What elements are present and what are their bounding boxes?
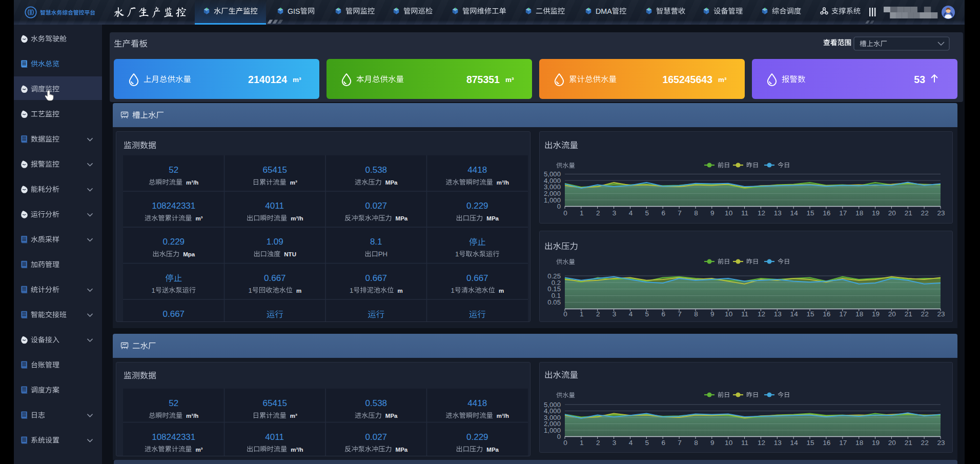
svg-text:0: 0 xyxy=(563,310,567,318)
svg-text:0.027: 0.027 xyxy=(365,201,387,211)
svg-text:5,000: 5,000 xyxy=(544,401,561,409)
svg-text:19: 19 xyxy=(872,209,880,217)
svg-text:Mpa: Mpa xyxy=(183,251,195,257)
svg-text:52: 52 xyxy=(169,398,178,408)
svg-text:4: 4 xyxy=(629,439,633,447)
svg-text:DMA: DMA xyxy=(596,7,612,15)
svg-text:23: 23 xyxy=(937,209,945,217)
svg-text:5: 5 xyxy=(645,439,649,447)
svg-text:NTU: NTU xyxy=(284,251,296,257)
svg-text:0.15: 0.15 xyxy=(547,285,561,293)
svg-text:3: 3 xyxy=(612,310,617,318)
svg-text:m³: m³ xyxy=(290,413,297,419)
svg-text:m: m xyxy=(296,288,301,294)
svg-text:7: 7 xyxy=(678,439,682,447)
svg-text:PH: PH xyxy=(378,250,387,258)
svg-text:23: 23 xyxy=(937,310,945,318)
svg-text:1: 1 xyxy=(248,287,252,294)
svg-text:13: 13 xyxy=(774,209,782,217)
svg-text:8: 8 xyxy=(694,310,698,318)
svg-text:4418: 4418 xyxy=(467,165,487,175)
svg-text:165245643: 165245643 xyxy=(662,74,712,85)
svg-text:0.229: 0.229 xyxy=(466,201,488,211)
svg-text:8: 8 xyxy=(694,439,698,447)
svg-text:53: 53 xyxy=(914,74,925,85)
svg-text:17: 17 xyxy=(839,310,847,318)
svg-text:m³: m³ xyxy=(293,76,301,84)
svg-text:MPa: MPa xyxy=(396,215,408,221)
svg-text:14: 14 xyxy=(790,209,799,217)
svg-text:MPa: MPa xyxy=(385,179,398,186)
svg-text:1: 1 xyxy=(580,439,584,447)
svg-text:0: 0 xyxy=(563,209,567,217)
svg-text:0.667: 0.667 xyxy=(264,273,286,283)
svg-text:10: 10 xyxy=(725,439,733,447)
svg-text:6: 6 xyxy=(661,310,665,318)
svg-text:18: 18 xyxy=(855,439,863,447)
svg-text:6: 6 xyxy=(661,439,665,447)
svg-text:17: 17 xyxy=(839,209,847,217)
svg-text:0.538: 0.538 xyxy=(365,165,387,175)
svg-text:2140124: 2140124 xyxy=(248,74,287,85)
svg-text:12: 12 xyxy=(758,310,765,318)
svg-text:15: 15 xyxy=(807,209,814,217)
svg-text:9: 9 xyxy=(710,310,714,318)
svg-text:16: 16 xyxy=(823,209,830,217)
svg-text:65415: 65415 xyxy=(263,165,287,175)
svg-text:2: 2 xyxy=(596,439,600,447)
svg-text:m³: m³ xyxy=(195,447,202,453)
svg-text:m³/h: m³/h xyxy=(291,215,303,221)
svg-text:5,000: 5,000 xyxy=(544,170,561,178)
svg-text:4: 4 xyxy=(629,310,633,318)
svg-text:9: 9 xyxy=(710,439,714,447)
svg-text:4418: 4418 xyxy=(467,398,487,408)
svg-text:11: 11 xyxy=(741,209,748,217)
svg-text:MPa: MPa xyxy=(396,447,408,453)
svg-text:12: 12 xyxy=(758,439,765,447)
svg-text:0.05: 0.05 xyxy=(547,298,561,306)
svg-text:m³: m³ xyxy=(195,215,202,221)
svg-text:20: 20 xyxy=(888,209,896,217)
svg-text:10: 10 xyxy=(725,209,733,217)
svg-text:m: m xyxy=(397,288,402,294)
svg-text:18: 18 xyxy=(855,310,863,318)
svg-text:6: 6 xyxy=(661,209,665,217)
svg-text:0.027: 0.027 xyxy=(365,432,387,442)
svg-text:5: 5 xyxy=(645,310,649,318)
svg-text:7: 7 xyxy=(678,310,682,318)
svg-text:21: 21 xyxy=(905,209,912,217)
svg-text:8: 8 xyxy=(694,209,698,217)
svg-text:m³: m³ xyxy=(290,179,297,186)
svg-text:0.667: 0.667 xyxy=(163,309,185,319)
svg-text:MPa: MPa xyxy=(486,215,499,221)
svg-text:1: 1 xyxy=(350,287,353,294)
svg-text:8.1: 8.1 xyxy=(370,237,382,247)
svg-text:1: 1 xyxy=(580,209,584,217)
svg-text:22: 22 xyxy=(921,209,929,217)
svg-text:0.1: 0.1 xyxy=(552,292,561,299)
svg-text:0.667: 0.667 xyxy=(466,273,488,283)
svg-text:22: 22 xyxy=(921,310,929,318)
svg-text:108242331: 108242331 xyxy=(152,432,195,442)
svg-text:4011: 4011 xyxy=(265,201,284,211)
svg-text:3: 3 xyxy=(612,209,617,217)
svg-text:16: 16 xyxy=(823,310,830,318)
svg-text:108242331: 108242331 xyxy=(152,201,195,211)
svg-text:1: 1 xyxy=(152,287,155,294)
svg-text:0.25: 0.25 xyxy=(547,272,561,280)
svg-text:0.667: 0.667 xyxy=(365,273,387,283)
svg-text:MPa: MPa xyxy=(385,413,398,419)
svg-text:15: 15 xyxy=(807,439,814,447)
svg-text:19: 19 xyxy=(872,439,880,447)
svg-text:14: 14 xyxy=(790,439,799,447)
svg-text:19: 19 xyxy=(872,310,880,318)
svg-text:16: 16 xyxy=(823,439,830,447)
svg-text:2: 2 xyxy=(596,310,600,318)
svg-text:65415: 65415 xyxy=(263,398,287,408)
svg-text:m³/h: m³/h xyxy=(186,413,198,419)
svg-text:m³/h: m³/h xyxy=(291,447,303,453)
svg-text:12: 12 xyxy=(758,209,765,217)
svg-text:0.229: 0.229 xyxy=(466,432,488,442)
svg-text:18: 18 xyxy=(855,209,863,217)
svg-text:m³/h: m³/h xyxy=(497,179,509,186)
